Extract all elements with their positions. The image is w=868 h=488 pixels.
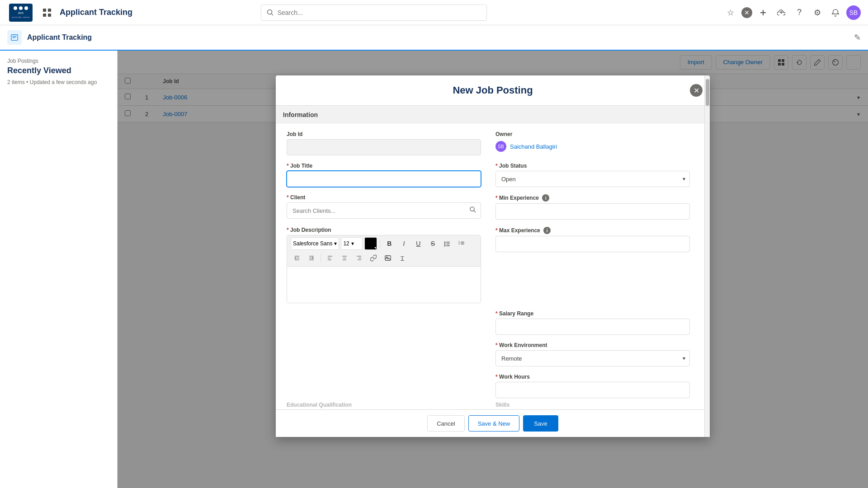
- svg-rect-3: [48, 14, 51, 17]
- svg-rect-23: [461, 242, 464, 243]
- svg-rect-17: [446, 242, 450, 243]
- bullet-list-button[interactable]: [441, 237, 453, 250]
- work-env-field-group: Work Environment Remote On-site Hybrid ▾: [495, 342, 690, 366]
- cloud-upload-icon[interactable]: [774, 5, 788, 20]
- align-center-button[interactable]: [338, 252, 351, 264]
- job-description-editor: Salesforce Sans ▾ 12 ▾: [287, 235, 481, 303]
- search-icon: [267, 9, 274, 16]
- italic-button[interactable]: I: [397, 237, 410, 250]
- insert-image-button[interactable]: [382, 252, 394, 264]
- font-size-select[interactable]: 12 ▾: [341, 237, 363, 250]
- svg-text:2.: 2.: [458, 242, 460, 245]
- section-title: Applicant Tracking: [27, 33, 92, 42]
- cancel-button[interactable]: Cancel: [427, 415, 464, 432]
- svg-rect-7: [13, 36, 17, 37]
- svg-rect-1: [48, 9, 51, 12]
- owner-label: Owner: [495, 131, 690, 137]
- client-search-wrapper: [287, 202, 481, 219]
- app-logo: dot provide value: [7, 3, 34, 23]
- job-title-label: Job Title: [287, 163, 481, 169]
- svg-point-16: [444, 242, 446, 243]
- sidebar-section-subtitle: Recently Viewed: [7, 66, 110, 75]
- search-input[interactable]: [278, 9, 481, 16]
- modal-overlay: New Job Posting ✕ Information Job Id: [118, 51, 868, 488]
- underline-button[interactable]: U: [412, 237, 425, 250]
- section-icon: [7, 30, 22, 45]
- nav-close-icon[interactable]: ✕: [741, 7, 752, 18]
- work-env-select[interactable]: Remote On-site Hybrid: [495, 350, 690, 366]
- toolbar-separator-2: [321, 253, 321, 263]
- modal-close-button[interactable]: ✕: [690, 84, 703, 97]
- svg-rect-25: [461, 244, 464, 244]
- font-family-select[interactable]: Salesforce Sans ▾: [291, 237, 339, 250]
- job-status-field-group: Job Status Open Closed On Hold ▾: [495, 163, 690, 187]
- client-search-input[interactable]: [287, 202, 481, 219]
- job-title-field-group: Job Title: [287, 163, 481, 187]
- font-name: Salesforce Sans: [293, 240, 332, 247]
- job-description-field-group: Job Description Salesforce Sans ▾ 12: [287, 227, 481, 303]
- modal-scrollbar[interactable]: [704, 75, 710, 437]
- size-chevron-icon: ▾: [351, 240, 354, 247]
- content-area: Import Change Owner: [118, 51, 868, 488]
- user-avatar[interactable]: SB: [846, 5, 861, 20]
- edit-pen-icon[interactable]: ✎: [854, 33, 861, 42]
- max-exp-input[interactable]: [495, 236, 690, 252]
- save-button[interactable]: Save: [523, 415, 558, 432]
- insert-link-button[interactable]: [367, 252, 380, 264]
- min-exp-input[interactable]: [495, 203, 690, 220]
- job-status-label: Job Status: [495, 163, 690, 169]
- edu-qual-hint: Educational Qualification: [287, 402, 481, 408]
- indent-less-button[interactable]: [291, 252, 303, 264]
- work-hours-input[interactable]: [495, 382, 690, 398]
- clear-format-button[interactable]: T: [396, 252, 409, 264]
- help-icon[interactable]: ?: [792, 5, 807, 20]
- modal-header: New Job Posting ✕: [276, 75, 710, 106]
- owner-avatar: SB: [495, 141, 506, 152]
- owner-field-group: Owner SB Saichand Ballagiri: [495, 131, 690, 155]
- svg-point-20: [444, 245, 446, 247]
- svg-point-4: [267, 9, 272, 14]
- work-env-select-wrapper: Remote On-site Hybrid ▾: [495, 350, 690, 366]
- owner-name[interactable]: Saichand Ballagiri: [510, 143, 557, 150]
- job-status-select[interactable]: Open Closed On Hold: [495, 171, 690, 187]
- indent-more-button[interactable]: [305, 252, 318, 264]
- job-id-field-group: Job Id: [287, 131, 481, 155]
- svg-rect-19: [446, 244, 450, 244]
- text-color-picker[interactable]: [364, 237, 377, 250]
- svg-rect-21: [446, 245, 450, 246]
- form-grid: Job Id Owner SB Saichand Ballagiri: [287, 131, 699, 398]
- global-search-bar[interactable]: [261, 5, 487, 21]
- ordered-list-button[interactable]: 1.2.: [455, 237, 468, 250]
- work-env-label: Work Environment: [495, 342, 690, 348]
- min-exp-label: Min Experience i: [495, 194, 690, 202]
- client-label: Client: [287, 194, 481, 201]
- save-new-button[interactable]: Save & New: [468, 415, 520, 432]
- star-icon[interactable]: ☆: [723, 5, 738, 20]
- app-grid-icon[interactable]: [40, 5, 54, 20]
- max-exp-info-icon[interactable]: i: [543, 227, 551, 234]
- job-title-input[interactable]: [287, 171, 481, 187]
- job-description-content[interactable]: [287, 267, 481, 303]
- section-information-header: Information: [276, 106, 710, 124]
- font-chevron-icon: ▾: [334, 240, 337, 247]
- job-id-input[interactable]: [287, 139, 481, 155]
- toolbar-separator-1: [380, 239, 380, 248]
- main-content: Job Postings Recently Viewed 2 items • U…: [0, 51, 868, 488]
- svg-rect-0: [43, 9, 46, 12]
- app-name: Applicant Tracking: [60, 8, 132, 17]
- owner-row: SB Saichand Ballagiri: [495, 141, 690, 152]
- add-icon[interactable]: [756, 5, 770, 20]
- strikethrough-button[interactable]: S: [426, 237, 439, 250]
- editor-toolbar: Salesforce Sans ▾ 12 ▾: [287, 235, 481, 267]
- settings-gear-icon[interactable]: ⚙: [810, 5, 825, 20]
- bell-icon[interactable]: [828, 5, 843, 20]
- min-exp-info-icon[interactable]: i: [542, 194, 549, 202]
- bold-button[interactable]: B: [383, 237, 396, 250]
- job-status-select-wrapper: Open Closed On Hold ▾: [495, 171, 690, 187]
- client-search-icon: [469, 206, 476, 215]
- work-hours-label: Work Hours: [495, 374, 690, 380]
- salary-range-input[interactable]: [495, 319, 690, 335]
- modal-footer: Cancel Save & New Save: [276, 409, 710, 437]
- align-right-button[interactable]: [353, 252, 365, 264]
- align-left-button[interactable]: [324, 252, 336, 264]
